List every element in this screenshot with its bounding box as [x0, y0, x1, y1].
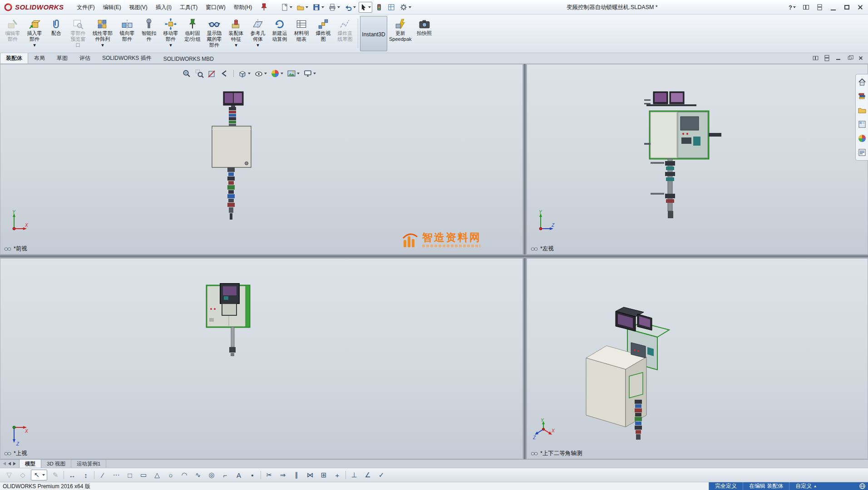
- ribbon-button-mirror-components[interactable]: 镜向零 部件: [116, 16, 138, 51]
- tab-evaluate[interactable]: 评估: [74, 52, 96, 64]
- open-button[interactable]: [295, 2, 310, 13]
- ribbon-button-exploded-view[interactable]: 爆炸视 图: [312, 16, 334, 51]
- solidworks-resources-icon[interactable]: [858, 78, 867, 87]
- ribbon-button-reference-geometry[interactable]: 参考几 何体 ▾: [247, 16, 269, 51]
- options-button[interactable]: [398, 2, 413, 13]
- tab-scroll-next-icon[interactable]: [13, 462, 16, 466]
- menu-view[interactable]: 视图(V): [125, 0, 152, 15]
- ellipse-icon[interactable]: ◎: [206, 470, 217, 480]
- tab-sketch[interactable]: 草图: [51, 52, 74, 64]
- full-screen-button[interactable]: [801, 2, 811, 12]
- convert-entities-icon[interactable]: ⇒: [277, 470, 288, 480]
- ribbon-button-bill-of-materials[interactable]: 材料明 细表: [291, 16, 312, 51]
- centerpoint-arc-icon[interactable]: ◠: [179, 470, 190, 480]
- move-entities-icon[interactable]: +: [332, 470, 343, 480]
- ribbon-button-show-hidden-components[interactable]: 显示隐 藏的零 部件: [203, 16, 225, 51]
- doc-minimize-button[interactable]: [834, 54, 842, 62]
- previous-view-icon[interactable]: [219, 68, 230, 79]
- tab-solidworks-addins[interactable]: SOLIDWORKS 插件: [96, 52, 158, 64]
- ribbon-button-insert-components[interactable]: 插入零 部件 ▾: [24, 16, 45, 51]
- circle-icon[interactable]: ○: [165, 470, 176, 480]
- status-customize-button[interactable]: 自定义▴: [789, 482, 822, 490]
- section-view-icon[interactable]: [207, 68, 217, 79]
- menu-tools[interactable]: 工具(T): [176, 0, 202, 15]
- doc-pane-left-button[interactable]: [812, 54, 819, 62]
- selection-filter-icon[interactable]: ▽: [4, 470, 15, 480]
- ribbon-button-instant3d[interactable]: Instant3D: [360, 16, 387, 51]
- display-relations-icon[interactable]: ⊥: [349, 470, 360, 480]
- quick-snaps-icon[interactable]: ∠: [362, 470, 373, 480]
- ribbon-button-take-snapshot[interactable]: 拍快照: [414, 16, 435, 51]
- minimize-button[interactable]: [828, 2, 838, 12]
- view-settings-icon[interactable]: [302, 68, 317, 79]
- ribbon-button-smart-fasteners[interactable]: 智能扣 件: [138, 16, 160, 51]
- doc-tab-motion-study-1[interactable]: 运动算例1: [71, 460, 106, 468]
- edit-appearance-icon[interactable]: [270, 68, 284, 79]
- ribbon-button-linear-component-pattern[interactable]: 线性零部 件阵列 ▾: [89, 16, 116, 51]
- linear-sketch-pattern-icon[interactable]: ⊞: [318, 470, 329, 480]
- tab-assembly[interactable]: 装配体: [0, 52, 28, 64]
- zoom-area-icon[interactable]: [194, 68, 205, 79]
- rebuild-button[interactable]: [374, 2, 385, 13]
- ribbon-button-move-component[interactable]: 移动零 部件 ▾: [160, 16, 182, 51]
- viewport-isometric[interactable]: Y X Z *上下二等角轴测: [527, 258, 868, 459]
- ribbon-button-assembly-features[interactable]: 装配体 特征 ▾: [225, 16, 247, 51]
- save-button[interactable]: [311, 2, 326, 13]
- hide-show-items-icon[interactable]: [253, 68, 268, 79]
- doc-close-button[interactable]: [857, 54, 864, 62]
- isometric-view-model[interactable]: [584, 285, 670, 442]
- tab-scroll-first-icon[interactable]: [3, 462, 6, 466]
- tab-scroll-prev-icon[interactable]: [8, 462, 11, 466]
- help-button[interactable]: ?: [787, 2, 797, 12]
- select-tool-dropdown[interactable]: ↖: [31, 470, 47, 480]
- undo-button[interactable]: [343, 2, 357, 13]
- apply-scene-icon[interactable]: [286, 68, 301, 79]
- mirror-entities-icon[interactable]: ⋈: [305, 470, 316, 480]
- vertical-viewport-splitter[interactable]: [523, 64, 527, 459]
- sketch-fillet-icon[interactable]: ⌐: [220, 470, 231, 480]
- ribbon-button-mate[interactable]: 配合: [45, 16, 67, 51]
- design-library-icon[interactable]: [858, 92, 867, 101]
- new-document-button[interactable]: [279, 2, 294, 13]
- rapid-sketch-icon[interactable]: ✓: [376, 470, 387, 480]
- menu-help[interactable]: 帮助(H): [230, 0, 256, 15]
- custom-properties-icon[interactable]: [858, 148, 867, 157]
- view-palette-icon[interactable]: [858, 120, 867, 129]
- smart-dimension-icon[interactable]: ↔: [67, 470, 78, 480]
- maximize-button[interactable]: [842, 2, 852, 12]
- line-icon[interactable]: ∕: [97, 470, 108, 480]
- left-view-model[interactable]: [644, 89, 724, 221]
- ribbon-button-explode-line-sketch[interactable]: 爆炸直 线草图: [334, 16, 356, 51]
- top-view-model[interactable]: [204, 283, 254, 358]
- centerline-icon[interactable]: ⋯: [111, 470, 122, 480]
- polygon-icon[interactable]: △: [152, 470, 163, 480]
- doc-tab-model[interactable]: 模型: [19, 459, 41, 468]
- close-button[interactable]: [855, 2, 865, 12]
- point-icon[interactable]: •: [247, 470, 258, 480]
- spline-icon[interactable]: ∿: [192, 470, 203, 480]
- offset-entities-icon[interactable]: ∥: [291, 470, 302, 480]
- trim-entities-icon[interactable]: ✂: [264, 470, 275, 480]
- globe-icon[interactable]: [859, 483, 866, 490]
- ordinate-dimension-icon[interactable]: ↕: [80, 470, 91, 480]
- pin-menu-icon[interactable]: [261, 3, 267, 11]
- doc-pane-right-button[interactable]: [823, 54, 830, 62]
- horizontal-viewport-splitter[interactable]: [0, 255, 868, 258]
- viewport-left[interactable]: Y Z *左视: [527, 64, 868, 255]
- doc-tab-3d-views[interactable]: 3D 视图: [41, 460, 71, 468]
- select-tool-button[interactable]: [359, 2, 372, 13]
- ribbon-button-update-speedpak[interactable]: 更新 Speedpak: [387, 16, 414, 51]
- doc-restore-button[interactable]: [846, 54, 853, 62]
- lasso-select-icon[interactable]: ✎: [50, 470, 61, 480]
- view-settings-button[interactable]: [386, 2, 397, 13]
- ribbon-button-new-motion-study[interactable]: 新建运 动算例: [269, 16, 291, 51]
- menu-window[interactable]: 窗口(W): [202, 0, 229, 15]
- appearances-scenes-icon[interactable]: [858, 134, 867, 143]
- front-view-model[interactable]: [204, 89, 258, 223]
- display-style-icon[interactable]: [237, 68, 252, 79]
- corner-rectangle-icon[interactable]: □: [124, 470, 135, 480]
- select-other-icon[interactable]: ◇: [17, 470, 28, 480]
- viewport-front[interactable]: Y X *前视: [0, 64, 523, 255]
- tab-solidworks-mbd[interactable]: SOLIDWORKS MBD: [158, 54, 220, 64]
- zoom-fit-icon[interactable]: [181, 68, 192, 79]
